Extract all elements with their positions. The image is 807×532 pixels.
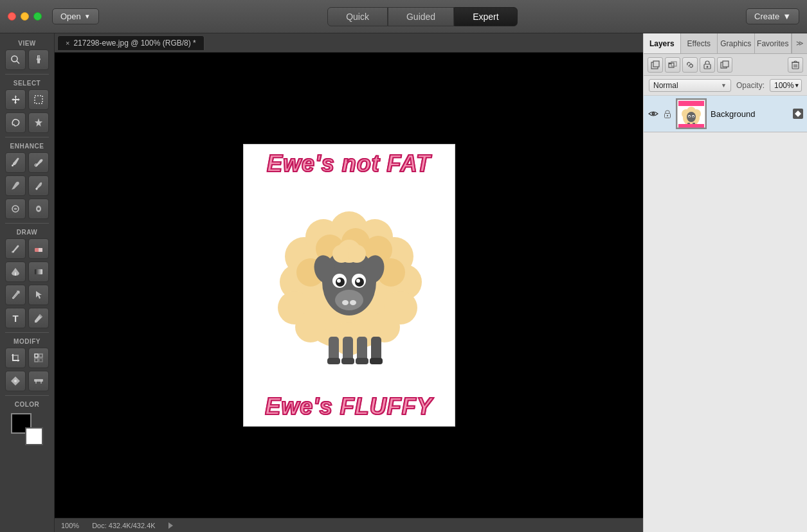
svg-rect-12 <box>39 248 42 252</box>
magic-select-tool[interactable] <box>28 112 49 133</box>
modify-section-label: MODIFY <box>0 335 54 346</box>
color-section-label: COLOR <box>0 398 54 409</box>
open-button[interactable]: Open ▼ <box>52 8 99 24</box>
blend-mode-select[interactable]: Normal ▼ <box>649 79 731 92</box>
new-layer-button[interactable] <box>648 57 663 73</box>
layer-lock-icon <box>663 110 672 118</box>
canvas-viewport[interactable]: Ewe's not FAT <box>55 53 643 518</box>
create-arrow-icon: ▼ <box>783 12 791 21</box>
text-tool-icon: T <box>12 313 18 324</box>
draw-tools-row3 <box>0 283 54 306</box>
spot-heal-tool[interactable] <box>28 152 49 173</box>
clone-stamp-tool[interactable] <box>5 285 26 305</box>
lasso-tool[interactable] <box>5 112 26 133</box>
tab-expert[interactable]: Expert <box>454 7 517 26</box>
draw-tools-row4: T <box>0 306 54 330</box>
document-tab-label: 217298-ewe.jpg @ 100% (RGB/8) * <box>73 39 195 48</box>
svg-point-35 <box>295 312 326 342</box>
create-label: Create <box>754 12 779 21</box>
hand-tool[interactable] <box>28 49 49 70</box>
gradient-tool[interactable] <box>28 262 49 282</box>
brush-tool[interactable] <box>5 238 26 259</box>
eraser-tool[interactable] <box>28 238 49 259</box>
panel-tabs-more[interactable]: ≫ <box>792 33 807 53</box>
text-tool[interactable]: T <box>5 308 26 328</box>
straighten-tool[interactable] <box>28 371 49 391</box>
svg-point-54 <box>335 290 363 310</box>
liquify-tool[interactable] <box>5 371 26 391</box>
enhance-section-label: ENHANCE <box>0 140 54 151</box>
right-panel: Layers Effects Graphics Favorites ≫ <box>643 33 807 532</box>
tab-quick[interactable]: Quick <box>327 7 388 26</box>
smart-brush-tool[interactable] <box>5 175 26 196</box>
lock-layer-button[interactable] <box>700 57 715 73</box>
svg-point-92 <box>689 116 690 118</box>
zoom-tool[interactable] <box>5 49 26 70</box>
paint-bucket-tool[interactable] <box>5 262 26 282</box>
opacity-chevron-icon: ▼ <box>794 82 800 89</box>
tab-effects[interactable]: Effects <box>681 33 718 53</box>
svg-point-10 <box>12 251 14 253</box>
main-area: VIEW SELECT <box>0 33 807 532</box>
select-tools-row2 <box>0 111 54 134</box>
delete-layer-button[interactable] <box>788 57 803 73</box>
crop-tool[interactable] <box>5 348 26 368</box>
pencil-tool[interactable] <box>28 308 49 328</box>
svg-rect-13 <box>15 272 16 276</box>
svg-rect-17 <box>35 359 38 362</box>
svg-marker-3 <box>35 118 42 127</box>
opacity-select[interactable]: 100% ▼ <box>770 79 802 92</box>
detail-brush-tool[interactable] <box>28 175 49 196</box>
copy-layer-button[interactable] <box>717 57 732 73</box>
sharpen-tool[interactable] <box>28 199 49 219</box>
svg-rect-84 <box>678 101 704 106</box>
marquee-tool[interactable] <box>28 89 49 110</box>
panel-toolbar <box>644 54 807 76</box>
background-color[interactable] <box>25 427 43 445</box>
eyedropper-tool[interactable] <box>5 152 26 173</box>
svg-point-4 <box>12 164 14 166</box>
recompose-tool[interactable] <box>28 348 49 368</box>
blend-opacity-row: Normal ▼ Opacity: 100% ▼ <box>644 76 807 96</box>
minimize-button[interactable] <box>21 12 29 21</box>
svg-point-93 <box>693 116 694 118</box>
svg-point-71 <box>707 66 709 67</box>
svg-rect-22 <box>35 380 37 384</box>
draw-section-label: DRAW <box>0 226 54 237</box>
svg-rect-64 <box>370 358 383 364</box>
link-layer-button[interactable] <box>682 57 698 73</box>
svg-rect-73 <box>723 61 729 67</box>
svg-point-53 <box>356 279 360 283</box>
opacity-value-text: 100% <box>774 81 794 90</box>
svg-point-45 <box>348 245 366 263</box>
layer-visibility-toggle[interactable] <box>648 108 659 120</box>
group-layer-button[interactable] <box>665 57 680 73</box>
canvas-area: × 217298-ewe.jpg @ 100% (RGB/8) * Ewe's … <box>55 33 643 532</box>
svg-point-82 <box>667 114 668 116</box>
tab-graphics[interactable]: Graphics <box>718 33 755 53</box>
svg-rect-18 <box>39 359 42 362</box>
layer-item-background[interactable]: Background <box>644 96 807 132</box>
close-button[interactable] <box>8 12 16 21</box>
blur-tool[interactable] <box>5 199 26 219</box>
tab-layers[interactable]: Layers <box>644 33 681 53</box>
svg-point-80 <box>653 113 654 114</box>
status-arrow-icon[interactable] <box>168 522 173 529</box>
select-tools-row1 <box>0 88 54 111</box>
traffic-lights <box>8 12 42 21</box>
svg-point-89 <box>687 112 696 122</box>
opacity-label: Opacity: <box>736 81 765 90</box>
tab-close-icon[interactable]: × <box>66 39 69 47</box>
tab-favorites[interactable]: Favorites <box>755 33 792 53</box>
move-tool[interactable] <box>5 89 26 110</box>
svg-point-52 <box>337 279 341 283</box>
svg-rect-15 <box>35 354 38 357</box>
maximize-button[interactable] <box>33 12 42 21</box>
panel-tabs: Layers Effects Graphics Favorites ≫ <box>644 33 807 54</box>
document-tab[interactable]: × 217298-ewe.jpg @ 100% (RGB/8) * <box>57 35 204 50</box>
create-button[interactable]: Create ▼ <box>746 8 799 24</box>
tab-guided[interactable]: Guided <box>388 7 454 26</box>
open-arrow-icon: ▼ <box>84 13 91 20</box>
svg-point-44 <box>332 245 350 263</box>
pointer-tool[interactable] <box>28 285 49 305</box>
